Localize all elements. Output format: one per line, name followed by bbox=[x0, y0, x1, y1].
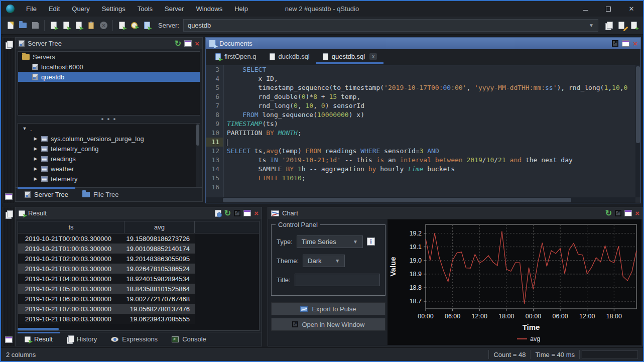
open-in-new-window-button[interactable]: Open in New Window bbox=[271, 318, 385, 331]
tree-item-root[interactable]: ▼. bbox=[18, 124, 200, 134]
restore-window-icon[interactable] bbox=[5, 193, 13, 200]
info-icon[interactable]: i bbox=[367, 237, 375, 246]
server-selector[interactable]: questdb ▼ bbox=[183, 19, 598, 32]
add-server-icon[interactable]: + bbox=[628, 20, 639, 32]
table-row[interactable]: 2019-10-21T08:00:03.30000019.06239437085… bbox=[18, 314, 195, 324]
expanded-arrow-icon[interactable]: ▼ bbox=[22, 126, 27, 131]
tab-expressions[interactable]: Expressions bbox=[104, 332, 165, 346]
chart-theme-select[interactable]: Dark ▼ bbox=[303, 255, 345, 267]
close-panel-icon[interactable]: × bbox=[195, 40, 199, 47]
tab-history[interactable]: History bbox=[60, 332, 104, 346]
code-token: , bbox=[620, 84, 624, 91]
editor-horizontal-scrollbar[interactable] bbox=[206, 197, 635, 203]
stacked-windows-icon[interactable] bbox=[6, 210, 12, 218]
tree-item-weather[interactable]: ▶weather bbox=[18, 164, 200, 174]
tab-file-tree[interactable]: File Tree bbox=[75, 188, 126, 201]
tree-item-servers-root[interactable]: Servers bbox=[18, 52, 200, 62]
export-result-icon[interactable] bbox=[215, 210, 221, 217]
window-icon[interactable] bbox=[622, 40, 629, 47]
sql-notebook-icon[interactable]: ➤ bbox=[141, 20, 153, 32]
tab-firstopen-q[interactable]: ➤firstOpen.q bbox=[209, 49, 263, 64]
column-header-avg[interactable]: avg bbox=[124, 221, 195, 233]
tree-item-localhost-6000[interactable]: localhost:6000 bbox=[18, 62, 200, 72]
close-panel-icon[interactable]: × bbox=[254, 209, 259, 217]
chart-title-input[interactable] bbox=[295, 274, 380, 286]
watched-expression-icon[interactable]: ➤ bbox=[128, 20, 140, 32]
menu-windows[interactable]: Windows bbox=[190, 3, 228, 15]
editor-vertical-scrollbar[interactable] bbox=[635, 65, 640, 197]
menu-tools[interactable]: Tools bbox=[132, 3, 158, 15]
paste-icon[interactable] bbox=[85, 20, 97, 32]
open-file-icon[interactable] bbox=[17, 20, 29, 32]
table-row[interactable]: 2019-10-21T00:00:03.30000019.15809818627… bbox=[18, 233, 195, 244]
table-row[interactable]: 2019-10-21T05:00:03.30000018.84358810152… bbox=[18, 284, 195, 294]
menu-server[interactable]: Server bbox=[159, 3, 189, 15]
cancel-query-icon[interactable]: ✕ bbox=[98, 20, 109, 32]
stacked-windows-icon[interactable] bbox=[6, 41, 12, 48]
tab-server-tree[interactable]: Server Tree bbox=[18, 188, 75, 201]
minimize-button[interactable] bbox=[574, 1, 597, 17]
table-row[interactable]: 2019-10-21T01:00:03.30000019.00109885214… bbox=[18, 244, 195, 254]
tab-result[interactable]: ➤Result bbox=[18, 332, 60, 346]
save-file-icon[interactable] bbox=[30, 20, 41, 32]
refresh-icon[interactable]: ↻ bbox=[605, 209, 612, 217]
menu-query[interactable]: Query bbox=[66, 3, 95, 15]
menu-file[interactable]: File bbox=[21, 3, 42, 15]
maximize-button[interactable] bbox=[597, 1, 620, 17]
popout-icon[interactable] bbox=[234, 210, 240, 216]
table-row[interactable]: 2019-10-21T06:00:03.30000019.00277217076… bbox=[18, 294, 195, 304]
result-table[interactable]: tsavg 2019-10-21T00:00:03.30000019.15809… bbox=[18, 221, 260, 331]
popout-icon[interactable] bbox=[612, 40, 618, 47]
close-button[interactable]: ✕ bbox=[620, 1, 643, 17]
tree-item-questdb[interactable]: questdb bbox=[18, 72, 200, 82]
restore-window-icon[interactable] bbox=[5, 336, 13, 343]
close-tab-icon[interactable]: x bbox=[369, 53, 377, 60]
export-to-pulse-button[interactable]: Export to Pulse bbox=[271, 302, 385, 315]
column-header-ts[interactable]: ts bbox=[18, 221, 124, 233]
window-icon[interactable] bbox=[624, 210, 632, 216]
tree-item-telemetry-config[interactable]: ▶telemetry_config bbox=[18, 144, 200, 154]
tab-console[interactable]: >Console bbox=[165, 332, 213, 346]
collapsed-arrow-icon[interactable]: ▶ bbox=[33, 166, 38, 171]
collapsed-arrow-icon[interactable]: ▶ bbox=[33, 146, 38, 151]
run-selection-icon[interactable]: ➤ bbox=[60, 20, 72, 32]
run-line-icon[interactable]: ➤ bbox=[48, 20, 59, 32]
window-icon[interactable] bbox=[243, 210, 251, 216]
table-row[interactable]: 2019-10-21T04:00:03.30000018.92401598289… bbox=[18, 274, 195, 284]
window-icon[interactable] bbox=[184, 40, 192, 47]
menu-edit[interactable]: Edit bbox=[43, 3, 65, 15]
result-icon: ➤ bbox=[19, 210, 25, 216]
popout-icon[interactable] bbox=[615, 210, 621, 216]
send-query-icon[interactable]: ➤ bbox=[116, 20, 127, 32]
scrollbar[interactable] bbox=[196, 124, 200, 187]
code-token: temp, bbox=[337, 93, 360, 100]
sql-editor[interactable]: 345678910111213141516 SELECT x ID, times… bbox=[206, 65, 640, 203]
tab-duckdb-sql[interactable]: duckdb.sql bbox=[263, 49, 316, 64]
table-row[interactable]: 2019-10-21T02:00:03.30000019.20148386305… bbox=[18, 254, 195, 264]
tree-item-telemetry[interactable]: ▶telemetry bbox=[18, 174, 200, 184]
code-token: FROM bbox=[306, 147, 321, 155]
tree-item-readings[interactable]: ▶readings bbox=[18, 154, 200, 164]
table-icon bbox=[41, 166, 48, 172]
run-script-icon[interactable]: ➤ bbox=[73, 20, 84, 32]
menu-help[interactable]: Help bbox=[229, 3, 253, 15]
collapsed-arrow-icon[interactable]: ▶ bbox=[33, 176, 38, 181]
table-row[interactable]: 2019-10-21T03:00:03.30000019.02647810538… bbox=[18, 264, 195, 274]
tab-questdb-sql[interactable]: questdb.sqlx bbox=[316, 49, 384, 64]
close-panel-icon[interactable]: × bbox=[635, 209, 639, 217]
new-file-icon[interactable] bbox=[5, 20, 16, 32]
menu-settings[interactable]: Settings bbox=[96, 3, 131, 15]
table-row[interactable]: 2019-10-21T07:00:03.30000019.05682780137… bbox=[18, 304, 195, 314]
refresh-icon[interactable]: ↻ bbox=[175, 40, 181, 48]
close-panel-icon[interactable]: × bbox=[633, 40, 637, 47]
collapsed-arrow-icon[interactable]: ▶ bbox=[33, 156, 38, 161]
refresh-icon[interactable]: ↻ bbox=[224, 209, 231, 217]
editor-code[interactable]: SELECT x ID, timestamp_sequence(to_times… bbox=[224, 65, 635, 197]
code-line: SAMPLE BY 1h -- aggregation by hourly ti… bbox=[227, 165, 635, 174]
collapsed-arrow-icon[interactable]: ▶ bbox=[33, 136, 38, 141]
chart-type-select[interactable]: Time Series ▼ bbox=[297, 235, 363, 248]
copy-server-icon[interactable] bbox=[603, 20, 614, 32]
splitter-handle[interactable]: ● ● ● bbox=[16, 116, 202, 122]
tree-item-sys-column-versions-purge-log[interactable]: ▶sys.column_versions_purge_log bbox=[18, 134, 200, 144]
edit-server-icon[interactable] bbox=[615, 20, 627, 32]
